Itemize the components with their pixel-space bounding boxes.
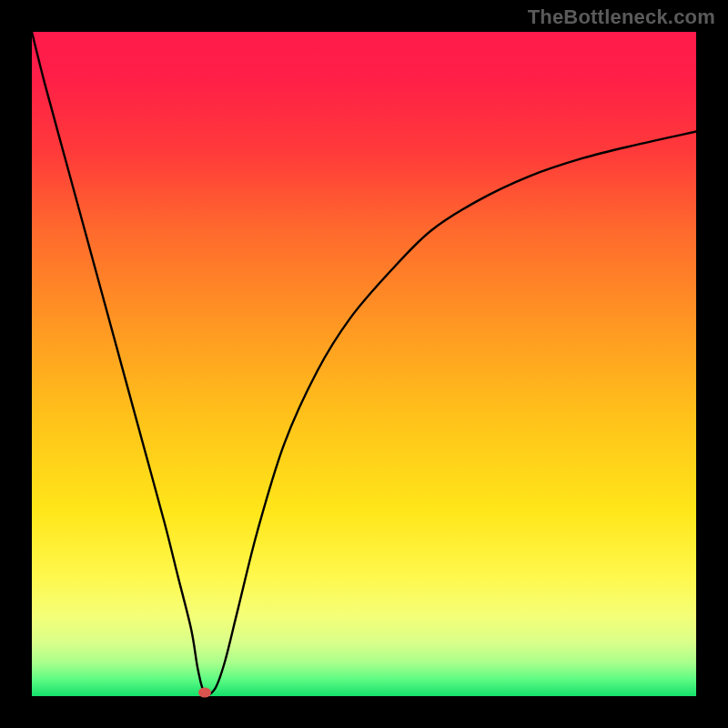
bottleneck-curve xyxy=(32,32,696,696)
watermark-text: TheBottleneck.com xyxy=(528,5,715,29)
plot-area xyxy=(32,32,696,696)
chart-frame: TheBottleneck.com xyxy=(0,0,728,728)
optimal-point-marker xyxy=(198,688,211,698)
